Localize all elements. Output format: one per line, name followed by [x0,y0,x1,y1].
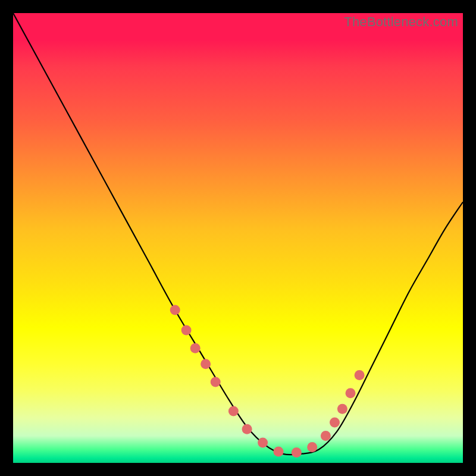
highlight-dot [346,388,356,398]
highlight-dot [355,370,365,380]
highlight-dot [258,438,268,448]
highlight-dot [201,359,211,369]
highlight-dot [321,431,331,441]
highlight-dot [330,418,340,428]
highlight-dot [228,406,239,416]
highlight-dot [190,343,201,353]
highlight-dots [170,305,365,458]
bottleneck-curve [13,13,463,455]
highlight-dot [170,305,180,315]
curve-layer [13,13,463,463]
chart-frame: TheBottleneck.com [0,0,476,476]
highlight-dot [211,377,221,387]
highlight-dot [337,404,347,414]
highlight-dot [307,442,317,452]
highlight-dot [242,424,252,434]
plot-area: TheBottleneck.com [13,13,463,463]
highlight-dot [292,447,302,458]
highlight-dot [181,325,192,336]
highlight-dot [274,447,284,457]
